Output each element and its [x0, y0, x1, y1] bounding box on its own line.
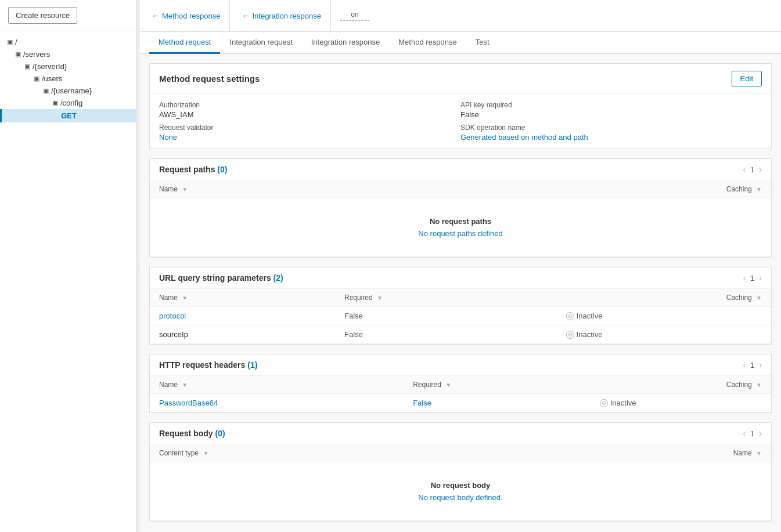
http-headers-required-col[interactable]: Required ▼	[404, 376, 591, 394]
request-paths-empty-title: No request paths	[168, 217, 753, 226]
authorization-label: Authorization	[159, 101, 460, 109]
request-paths-header: Request paths (0) ‹ 1 ›	[150, 159, 771, 180]
authorization-item: Authorization AWS_IAM	[159, 101, 460, 119]
request-paths-table: Name ▼ Caching ▼	[150, 180, 771, 257]
url-query-table: Name ▼ Required ▼ Caching ▼	[150, 289, 771, 344]
get-method-label: GET	[61, 111, 77, 120]
request-paths-name-col[interactable]: Name ▼	[150, 180, 439, 198]
sdk-operation-label: SDK operation name	[460, 124, 762, 132]
request-paths-next[interactable]: ›	[759, 165, 762, 174]
settings-card-header: Method request settings Edit	[150, 64, 771, 94]
content-type-sort: ▼	[203, 450, 208, 457]
http-headers-next[interactable]: ›	[759, 360, 762, 370]
tab-integration-request[interactable]: Integration request	[220, 32, 301, 54]
url-query-required-sort: ▼	[377, 295, 383, 301]
request-body-table: Content type ▼ Name ▼	[150, 444, 771, 521]
tree-item-servers[interactable]: ▣ /servers	[0, 48, 136, 60]
request-body-empty-row: No request body No request body defined.	[150, 462, 771, 521]
request-paths-prev[interactable]: ‹	[743, 165, 746, 174]
tab-test[interactable]: Test	[466, 32, 499, 54]
http-headers-caching-col[interactable]: Caching ▼	[591, 376, 771, 394]
tree-toggle-username[interactable]: ▣	[42, 87, 50, 95]
caching-sort-icon: ▼	[756, 186, 762, 193]
http-headers-name-col[interactable]: Name ▼	[150, 376, 404, 394]
inactive-icon-3: ⊖	[600, 399, 608, 407]
request-body-content-type-col[interactable]: Content type ▼	[150, 444, 517, 462]
url-query-name-col[interactable]: Name ▼	[150, 289, 335, 307]
banner-method-response-label[interactable]: Method response	[162, 12, 220, 20]
http-headers-row1-name[interactable]: PasswordBase64	[159, 399, 218, 407]
request-paths-empty-row: No request paths No request paths define…	[150, 198, 771, 257]
request-paths-page: 1	[750, 165, 754, 174]
sdk-operation-value: Generated based on method and path	[460, 133, 762, 142]
url-query-row1-name[interactable]: protocol	[159, 312, 186, 320]
banner-integration-response-label[interactable]: Integration response	[252, 12, 321, 20]
tree-label-root: /	[15, 38, 17, 46]
tab-method-request[interactable]: Method request	[149, 32, 220, 54]
settings-card-title: Method request settings	[159, 74, 260, 84]
tree-toggle-users[interactable]: ▣	[33, 75, 41, 82]
create-resource-button[interactable]: Create resource	[8, 7, 77, 24]
request-validator-label: Request validator	[159, 124, 460, 132]
settings-edit-button[interactable]: Edit	[732, 71, 762, 86]
url-query-row2-caching-label: Inactive	[577, 330, 603, 339]
http-headers-pagination: ‹ 1 ›	[743, 360, 762, 370]
name-sort-icon: ▼	[182, 186, 188, 193]
tree-item-config[interactable]: ▣ /config	[0, 97, 136, 109]
main-content: ← Method response ← Integration response…	[140, 0, 781, 532]
tree-label-serverid: /{serverId}	[33, 62, 67, 71]
url-query-row2-name[interactable]: sourceIp	[159, 330, 188, 339]
tree-label-config: /config	[60, 99, 82, 107]
tree-toggle-root[interactable]: ▣	[6, 38, 14, 46]
request-body-name-col[interactable]: Name ▼	[517, 444, 771, 462]
url-query-prev[interactable]: ‹	[743, 273, 746, 283]
http-headers-header: HTTP request headers (1) ‹ 1 ›	[150, 354, 771, 376]
url-query-row2-required: False	[344, 330, 363, 339]
tab-integration-response[interactable]: Integration response	[302, 32, 390, 54]
url-query-row1-caching-label: Inactive	[577, 312, 603, 320]
tree-label-servers: /servers	[23, 50, 50, 59]
request-paths-section: Request paths (0) ‹ 1 › Name ▼	[149, 158, 772, 258]
inactive-icon-1: ⊖	[566, 312, 574, 320]
url-query-required-col[interactable]: Required ▼	[335, 289, 557, 307]
request-body-pagination: ‹ 1 ›	[743, 429, 762, 438]
tab-method-response[interactable]: Method response	[389, 32, 466, 54]
tree-item-serverid[interactable]: ▣ /{serverId}	[0, 60, 136, 73]
request-body-prev[interactable]: ‹	[743, 429, 746, 438]
tree-toggle-config[interactable]: ▣	[51, 99, 59, 107]
tree-item-username[interactable]: ▣ /{username}	[0, 85, 136, 97]
banner-on-section: on	[331, 0, 379, 31]
request-body-next[interactable]: ›	[759, 429, 762, 438]
tree-item-users[interactable]: ▣ /users	[0, 73, 136, 85]
request-paths-count: (0)	[217, 165, 227, 174]
url-query-caching-col[interactable]: Caching ▼	[557, 289, 771, 307]
banner-integration-response: ← Integration response	[230, 0, 331, 31]
url-query-row1-caching: ⊖ Inactive	[566, 312, 762, 320]
request-body-page: 1	[750, 429, 754, 438]
http-headers-count: (1)	[247, 360, 257, 370]
api-key-label: API key required	[460, 101, 762, 109]
sdk-operation-item: SDK operation name Generated based on me…	[460, 124, 762, 142]
url-query-next[interactable]: ›	[759, 273, 762, 283]
banner-arrow-integration-response[interactable]: ←	[242, 11, 250, 20]
http-headers-row1-caching: ⊖ Inactive	[600, 399, 762, 407]
request-body-header: Request body (0) ‹ 1 ›	[150, 423, 771, 444]
url-query-count: (2)	[273, 273, 283, 283]
banner-arrow-method-response[interactable]: ←	[152, 11, 160, 20]
tree-toggle-servers[interactable]: ▣	[14, 50, 22, 58]
banner-dashed-line	[340, 20, 369, 21]
tree-toggle-serverid[interactable]: ▣	[23, 63, 31, 70]
http-headers-page: 1	[750, 361, 754, 370]
request-body-empty-desc: No request body defined.	[168, 493, 753, 502]
http-headers-prev[interactable]: ‹	[743, 360, 746, 370]
http-headers-row1-caching-label: Inactive	[610, 399, 636, 407]
tree-item-get[interactable]: GET	[0, 109, 136, 122]
url-query-row1-required: False	[344, 312, 363, 320]
request-body-count: (0)	[215, 429, 225, 438]
http-headers-title: HTTP request headers (1)	[159, 360, 257, 370]
request-paths-caching-col[interactable]: Caching ▼	[439, 180, 771, 198]
inactive-icon-2: ⊖	[566, 331, 574, 339]
url-query-pagination: ‹ 1 ›	[743, 273, 762, 283]
request-paths-title: Request paths (0)	[159, 165, 227, 174]
tree-item-root[interactable]: ▣ /	[0, 36, 136, 48]
